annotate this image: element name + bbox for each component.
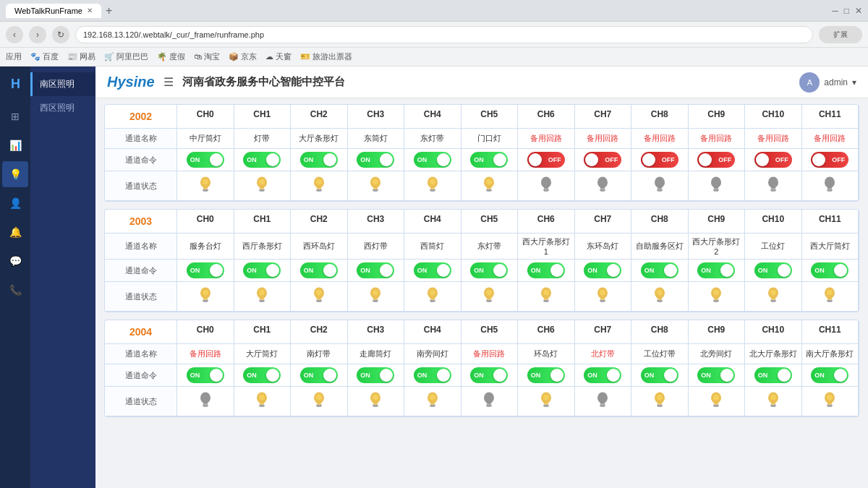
bookmark-ticket[interactable]: 🎫 旅游出票器 xyxy=(300,51,352,62)
restore-button[interactable]: □ xyxy=(844,6,849,16)
channel-command-2[interactable]: ON xyxy=(291,364,348,387)
toggle-switch[interactable]: ON xyxy=(414,367,451,383)
toggle-switch[interactable]: OFF xyxy=(584,152,621,168)
sidebar-item-msg[interactable]: 💬 xyxy=(2,248,28,274)
active-tab[interactable]: WebTalkRunFrame ✕ xyxy=(6,4,101,18)
close-button[interactable]: ✕ xyxy=(855,6,862,16)
channel-command-4[interactable]: ON xyxy=(404,149,461,171)
channel-command-7[interactable]: OFF xyxy=(575,149,632,171)
channel-command-2[interactable]: ON xyxy=(291,149,348,171)
back-button[interactable]: ‹ xyxy=(6,26,23,43)
bookmark-baidu[interactable]: 🐾 百度 xyxy=(30,51,59,62)
toggle-switch[interactable]: ON xyxy=(357,367,394,383)
channel-command-8[interactable]: OFF xyxy=(631,149,689,171)
channel-command-1[interactable]: ON xyxy=(234,260,292,282)
sidebar-item-bell[interactable]: 🔔 xyxy=(2,219,28,245)
toggle-switch[interactable]: ON xyxy=(754,262,792,278)
extensions-button[interactable]: 扩展 xyxy=(819,26,862,43)
toggle-switch[interactable]: ON xyxy=(470,152,508,168)
channel-command-0[interactable]: ON xyxy=(177,364,234,387)
toggle-switch[interactable]: ON xyxy=(357,262,394,278)
channel-command-8[interactable]: ON xyxy=(631,364,689,387)
toggle-switch[interactable]: ON xyxy=(300,262,338,278)
toggle-switch[interactable]: ON xyxy=(697,367,735,383)
channel-command-5[interactable]: ON xyxy=(461,364,519,387)
bookmark-jd[interactable]: 📦 京东 xyxy=(229,51,257,62)
channel-command-4[interactable]: ON xyxy=(404,364,461,387)
sidebar-item-user[interactable]: 👤 xyxy=(2,190,28,216)
toggle-switch[interactable]: ON xyxy=(641,262,678,278)
toggle-switch[interactable]: ON xyxy=(414,262,451,278)
toggle-switch[interactable]: OFF xyxy=(527,152,565,168)
channel-command-10[interactable]: ON xyxy=(745,260,802,282)
bookmark-apps[interactable]: 应用 xyxy=(6,51,22,62)
toggle-switch[interactable]: ON xyxy=(414,152,451,168)
toggle-switch[interactable]: ON xyxy=(754,367,792,383)
toggle-switch[interactable]: ON xyxy=(243,262,281,278)
channel-command-6[interactable]: ON xyxy=(518,364,575,387)
sidebar-item-light[interactable]: 💡 xyxy=(2,161,28,187)
toggle-switch[interactable]: ON xyxy=(187,262,224,278)
toggle-switch[interactable]: ON xyxy=(300,367,338,383)
sidebar-item-home[interactable]: ⊞ xyxy=(2,103,28,129)
channel-command-1[interactable]: ON xyxy=(234,149,292,171)
bookmark-wangyi[interactable]: 📰 网易 xyxy=(67,51,95,62)
toggle-switch[interactable]: OFF xyxy=(697,152,735,168)
toggle-switch[interactable]: ON xyxy=(697,262,735,278)
channel-command-5[interactable]: ON xyxy=(461,260,519,282)
channel-command-9[interactable]: OFF xyxy=(689,149,746,171)
toggle-switch[interactable]: ON xyxy=(470,367,508,383)
channel-command-6[interactable]: ON xyxy=(518,260,575,282)
channel-command-3[interactable]: ON xyxy=(348,260,405,282)
toggle-switch[interactable]: ON xyxy=(187,367,224,383)
toggle-switch[interactable]: ON xyxy=(641,367,678,383)
bookmark-dujia[interactable]: 🌴 度假 xyxy=(157,51,185,62)
channel-command-10[interactable]: ON xyxy=(745,364,802,387)
channel-command-6[interactable]: OFF xyxy=(518,149,575,171)
toggle-switch[interactable]: ON xyxy=(811,367,848,383)
channel-command-2[interactable]: ON xyxy=(291,260,348,282)
toggle-switch[interactable]: OFF xyxy=(811,152,848,168)
channel-command-1[interactable]: ON xyxy=(234,364,292,387)
toggle-switch[interactable]: ON xyxy=(243,367,281,383)
reload-button[interactable]: ↻ xyxy=(52,26,69,43)
channel-command-9[interactable]: ON xyxy=(689,364,746,387)
bookmark-taobao[interactable]: 🛍 淘宝 xyxy=(194,51,220,62)
toggle-switch[interactable]: ON xyxy=(470,262,508,278)
channel-command-7[interactable]: ON xyxy=(575,260,632,282)
channel-command-0[interactable]: ON xyxy=(177,149,234,171)
sidebar-sub-nanqu[interactable]: 南区照明 xyxy=(30,72,95,96)
toggle-switch[interactable]: OFF xyxy=(641,152,678,168)
channel-command-5[interactable]: ON xyxy=(461,149,519,171)
sidebar-item-phone[interactable]: 📞 xyxy=(2,277,28,303)
toggle-switch[interactable]: ON xyxy=(584,262,621,278)
sidebar-sub-xiqu[interactable]: 西区照明 xyxy=(30,96,95,120)
channel-command-3[interactable]: ON xyxy=(348,149,405,171)
address-bar[interactable] xyxy=(75,26,813,43)
toggle-switch[interactable]: ON xyxy=(527,262,565,278)
new-tab-button[interactable]: + xyxy=(106,4,112,17)
toggle-switch[interactable]: ON xyxy=(584,367,621,383)
toggle-switch[interactable]: OFF xyxy=(754,152,792,168)
forward-button[interactable]: › xyxy=(29,26,46,43)
channel-command-11[interactable]: OFF xyxy=(802,149,859,171)
channel-command-3[interactable]: ON xyxy=(348,364,405,387)
toggle-switch[interactable]: ON xyxy=(357,152,394,168)
content-area[interactable]: 2002CH0CH1CH2CH3CH4CH5CH6CH7CH8CH9CH10CH… xyxy=(95,98,868,488)
channel-command-8[interactable]: ON xyxy=(631,260,689,282)
toggle-switch[interactable]: ON xyxy=(243,152,281,168)
bookmark-tianchuang[interactable]: ☁ 天窗 xyxy=(265,51,292,62)
toggle-switch[interactable]: ON xyxy=(527,367,565,383)
toggle-switch[interactable]: ON xyxy=(300,152,338,168)
channel-command-0[interactable]: ON xyxy=(177,260,234,282)
channel-command-4[interactable]: ON xyxy=(404,260,461,282)
channel-command-10[interactable]: OFF xyxy=(745,149,802,171)
toggle-switch[interactable]: ON xyxy=(811,262,848,278)
channel-command-11[interactable]: ON xyxy=(802,364,859,387)
hamburger-menu[interactable]: ☰ xyxy=(163,75,174,89)
bookmark-alibaba[interactable]: 🛒 阿里巴巴 xyxy=(104,51,148,62)
tab-close-button[interactable]: ✕ xyxy=(87,7,93,14)
user-dropdown-icon[interactable]: ▾ xyxy=(852,77,856,87)
toggle-switch[interactable]: ON xyxy=(187,152,224,168)
channel-command-7[interactable]: ON xyxy=(575,364,632,387)
